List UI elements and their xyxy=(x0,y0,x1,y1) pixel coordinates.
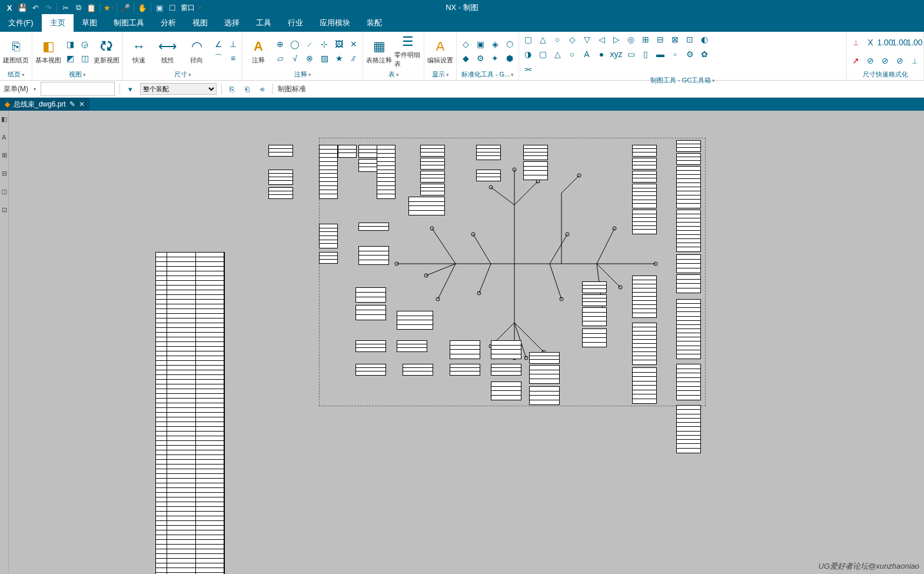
std-icon-6[interactable]: ✦ xyxy=(488,52,501,65)
fmt-icon[interactable]: ⟂ xyxy=(908,54,921,67)
intersection-icon[interactable]: ✕ xyxy=(347,38,360,51)
window-icon[interactable]: ☐ xyxy=(168,3,177,12)
update-views-button[interactable]: 🗘 更新视图 xyxy=(93,34,120,68)
tab-view[interactable]: 视图 xyxy=(184,14,216,32)
favorite-icon[interactable]: ★▾ xyxy=(104,3,113,12)
copy-icon[interactable]: ⧉ xyxy=(74,3,83,12)
assembly-filter-select[interactable]: 整个装配 xyxy=(140,83,217,95)
gc-icon[interactable]: △ xyxy=(551,48,564,61)
gc-icon[interactable]: ⊞ xyxy=(639,33,652,46)
fmt-icon[interactable]: X xyxy=(864,36,877,49)
gc-icon[interactable]: ○ xyxy=(566,48,579,61)
resource-tab-icon[interactable]: ⊞ xyxy=(2,151,7,159)
fmt-icon[interactable]: ⟂ xyxy=(849,36,862,49)
balloon-icon[interactable]: ◯ xyxy=(288,38,301,51)
menu-dropdown-label[interactable]: 菜单(M) xyxy=(4,84,28,94)
filter-icon[interactable]: ▾ xyxy=(125,84,135,94)
symbol-icon[interactable]: ★ xyxy=(333,52,345,65)
gc-icon[interactable]: ◐ xyxy=(698,33,711,46)
save-icon[interactable]: 💾 xyxy=(18,3,27,12)
snap-icon-1[interactable]: ⎘ xyxy=(227,84,237,94)
window-menu-label[interactable]: 窗口 xyxy=(181,3,195,13)
gc-icon[interactable]: ▯ xyxy=(639,48,652,61)
section-view-icon[interactable]: ◩ xyxy=(64,52,77,65)
tab-sketch[interactable]: 草图 xyxy=(74,14,105,32)
gc-icon[interactable]: ◎ xyxy=(624,33,637,46)
gc-icon[interactable]: ▬ xyxy=(654,48,667,61)
fmt-icon[interactable]: 1.00 xyxy=(908,36,921,49)
datum-icon[interactable]: ▱ xyxy=(274,52,287,65)
gc-icon[interactable]: ⫘ xyxy=(521,62,534,75)
fmt-icon[interactable]: ⊘ xyxy=(879,54,892,67)
redo-icon[interactable]: ↷ xyxy=(44,3,53,12)
fmt-icon[interactable]: ↗ xyxy=(849,54,862,67)
image-icon[interactable]: 🖼 xyxy=(333,38,345,51)
gc-icon[interactable]: ⚙ xyxy=(683,48,696,61)
gc-icon[interactable]: ◁ xyxy=(595,33,608,46)
layout-icon[interactable]: ▣ xyxy=(155,3,164,12)
edit-settings-button[interactable]: A 编辑设置 xyxy=(427,34,454,68)
mic-icon[interactable]: 🎤 xyxy=(121,3,130,12)
base-view-button[interactable]: ◧ 基本视图 xyxy=(35,34,62,68)
surface-finish-icon[interactable]: √ xyxy=(288,52,301,65)
resource-tab-icon[interactable]: A xyxy=(2,134,6,141)
break-view-icon[interactable]: ◫ xyxy=(78,52,91,65)
rapid-dim-button[interactable]: ↔ 快速 xyxy=(125,34,152,68)
weld-icon[interactable]: ⟋ xyxy=(303,38,316,51)
tab-assembly[interactable]: 装配 xyxy=(358,14,390,32)
gc-icon[interactable]: ◑ xyxy=(521,48,534,61)
tab-select[interactable]: 选择 xyxy=(216,14,248,32)
linear-dim-button[interactable]: ⟷ 线性 xyxy=(154,34,181,68)
gc-icon[interactable]: ▽ xyxy=(580,33,593,46)
paste-icon[interactable]: 📋 xyxy=(87,3,96,12)
tab-drafting-tools[interactable]: 制图工具 xyxy=(105,14,152,32)
std-icon-5[interactable]: ◈ xyxy=(488,38,501,51)
gc-icon[interactable]: △ xyxy=(536,33,549,46)
gc-icon[interactable]: ◇ xyxy=(566,33,579,46)
chamfer-dim-icon[interactable]: ⌒ xyxy=(212,52,225,65)
fmt-icon[interactable]: 1.00 xyxy=(879,36,892,49)
gc-icon[interactable]: ⊠ xyxy=(669,33,682,46)
std-icon-2[interactable]: ◆ xyxy=(459,52,472,65)
drafting-std-label[interactable]: 制图标准 xyxy=(278,84,306,94)
std-icon-8[interactable]: ⬢ xyxy=(503,52,516,65)
tab-analysis[interactable]: 分析 xyxy=(152,14,184,32)
gc-icon[interactable]: ▢ xyxy=(521,33,534,46)
angular-dim-icon[interactable]: ∠ xyxy=(212,38,225,51)
resource-tab-icon[interactable]: ⊡ xyxy=(2,206,7,214)
gc-icon[interactable]: ● xyxy=(595,48,608,61)
gc-icon[interactable]: ⊟ xyxy=(654,33,667,46)
touch-icon[interactable]: ✋ xyxy=(138,3,147,12)
gdt-icon[interactable]: ⊕ xyxy=(274,38,287,51)
resource-tab-icon[interactable]: ◧ xyxy=(1,115,7,123)
gc-icon[interactable]: ▢ xyxy=(536,48,549,61)
std-icon-7[interactable]: ⬡ xyxy=(503,38,516,51)
std-icon-3[interactable]: ▣ xyxy=(474,38,487,51)
gc-icon[interactable]: ○ xyxy=(551,33,564,46)
new-sheet-button[interactable]: ⎘ 建图纸页 xyxy=(2,34,29,68)
resource-tab-icon[interactable]: ◫ xyxy=(1,188,7,195)
tab-app-module[interactable]: 应用模块 xyxy=(311,14,358,32)
gc-icon[interactable]: ▫ xyxy=(669,48,682,61)
thickness-dim-icon[interactable]: ≡ xyxy=(227,52,240,65)
fmt-icon[interactable]: ⊘ xyxy=(864,54,877,67)
drawing-canvas[interactable]: UG爱好者论坛@xunzhaoniao xyxy=(8,111,924,574)
ordinate-dim-icon[interactable]: ⊥ xyxy=(227,38,240,51)
tab-industry[interactable]: 行业 xyxy=(280,14,311,32)
centerline-icon[interactable]: ⊹ xyxy=(318,38,331,51)
projected-view-icon[interactable]: ◨ xyxy=(64,38,77,51)
fmt-icon[interactable]: 1.00 xyxy=(893,36,906,49)
close-tab-icon[interactable]: ✕ xyxy=(79,100,85,108)
tabular-note-button[interactable]: ▦ 表格注释 xyxy=(365,34,393,68)
file-tab[interactable]: ◆ 总线束_dwg6.prt ✎ ✕ xyxy=(0,98,89,111)
target-icon[interactable]: ⊗ xyxy=(303,52,316,65)
tab-file[interactable]: 文件(F) xyxy=(0,14,42,32)
std-icon-4[interactable]: ⚙ xyxy=(474,52,487,65)
gc-icon[interactable]: ▭ xyxy=(624,48,637,61)
detail-view-icon[interactable]: ◶ xyxy=(78,38,91,51)
graphics-workspace[interactable]: ◧ A ⊞ ⊟ ◫ ⊡ UG爱好者论坛@xunzh xyxy=(0,111,924,574)
hatch-icon[interactable]: ▨ xyxy=(318,52,331,65)
parts-list-button[interactable]: ☰ 零件明细表 xyxy=(394,34,421,68)
gc-icon[interactable]: ▷ xyxy=(610,33,623,46)
selection-filter-input[interactable] xyxy=(41,82,115,96)
